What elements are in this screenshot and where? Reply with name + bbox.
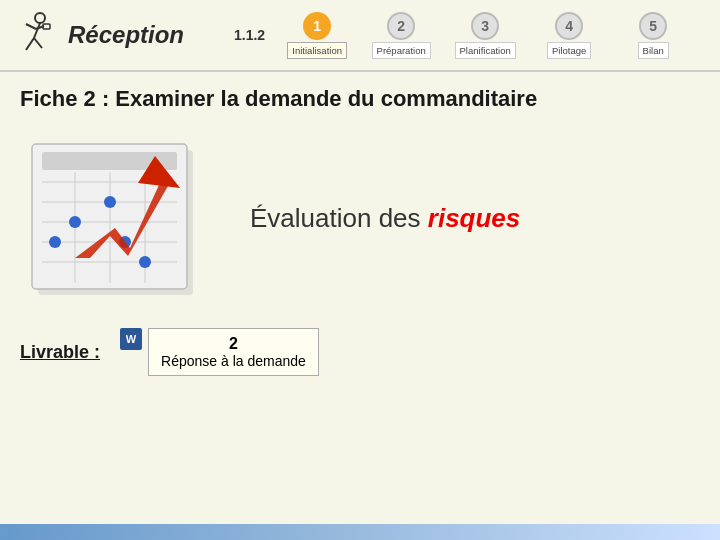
step-2-number: 2	[387, 12, 415, 40]
svg-line-1	[34, 23, 40, 38]
header: Réception 1.1.2 1 Initialisation 2 Prépa…	[0, 0, 720, 72]
risques-label: risques	[428, 203, 521, 233]
livrable-number: 2	[161, 335, 306, 353]
logo-icon	[10, 10, 60, 60]
svg-point-0	[35, 13, 45, 23]
svg-point-19	[69, 216, 81, 228]
livrable-label: Livrable :	[20, 342, 100, 363]
svg-line-2	[26, 24, 36, 29]
bottom-section: Livrable : W 2 Réponse à la demande	[20, 328, 700, 376]
main-content: Fiche 2 : Examiner la demande du command…	[0, 72, 720, 390]
svg-line-4	[26, 38, 34, 50]
step-1[interactable]: 1 Initialisation	[277, 12, 357, 59]
word-icon: W	[120, 328, 142, 350]
version-label: 1.1.2	[234, 27, 265, 43]
livrable-description: Réponse à la demande	[161, 353, 306, 369]
step-3[interactable]: 3 Planification	[445, 12, 525, 59]
step-2[interactable]: 2 Préparation	[361, 12, 441, 59]
step-5[interactable]: 5 Bilan	[613, 12, 693, 59]
fiche-title: Fiche 2 : Examiner la demande du command…	[20, 86, 700, 112]
svg-point-22	[139, 256, 151, 268]
step-5-number: 5	[639, 12, 667, 40]
logo-area: Réception	[10, 10, 230, 60]
step-4-number: 4	[555, 12, 583, 40]
footer-bar	[0, 524, 720, 540]
step-3-number: 3	[471, 12, 499, 40]
livrable-content: 2 Réponse à la demande	[148, 328, 319, 376]
step-2-label: Préparation	[372, 42, 431, 59]
middle-section: Évaluation des risques	[20, 128, 700, 308]
step-5-label: Bilan	[638, 42, 669, 59]
page-title: Réception	[68, 21, 184, 49]
svg-line-5	[34, 38, 42, 48]
evaluation-text: Évaluation des risques	[250, 203, 520, 234]
step-1-label: Initialisation	[287, 42, 347, 59]
livrable-box: W 2 Réponse à la demande	[120, 328, 319, 376]
svg-point-20	[104, 196, 116, 208]
step-4-label: Pilotage	[547, 42, 591, 59]
step-3-label: Planification	[455, 42, 516, 59]
step-1-number: 1	[303, 12, 331, 40]
evaluation-label: Évaluation des	[250, 203, 428, 233]
chart-illustration	[20, 128, 220, 308]
step-4[interactable]: 4 Pilotage	[529, 12, 609, 59]
steps-bar: 1 Initialisation 2 Préparation 3 Planifi…	[277, 12, 710, 59]
svg-point-18	[49, 236, 61, 248]
